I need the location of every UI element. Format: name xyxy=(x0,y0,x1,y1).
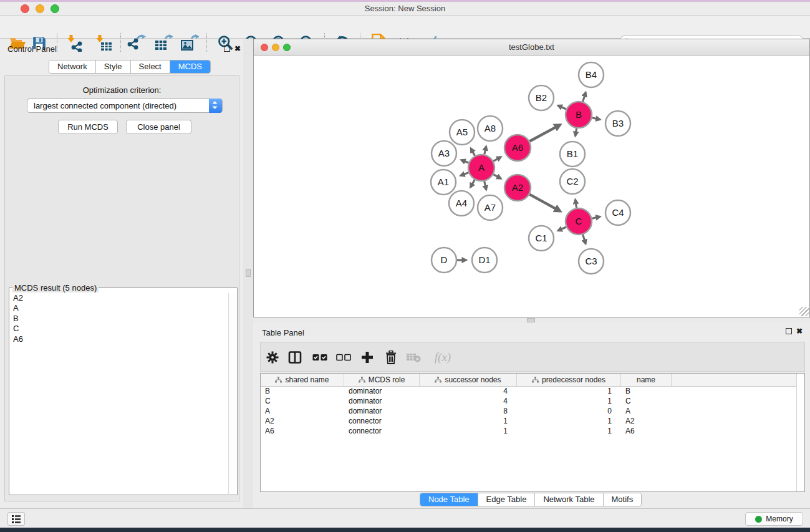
edge-A6-B[interactable] xyxy=(529,125,560,141)
result-scrollbar[interactable] xyxy=(228,293,236,494)
column-header-predecessor-nodes[interactable]: predecessor nodes xyxy=(517,374,621,386)
import-table-icon[interactable] xyxy=(94,33,114,53)
tab-select[interactable]: Select xyxy=(131,60,170,73)
float-table-panel-icon[interactable] xyxy=(786,328,792,334)
column-header-shared-name[interactable]: shared name xyxy=(261,374,344,386)
edge-A-A3[interactable] xyxy=(461,160,469,163)
edge-A-A1[interactable] xyxy=(461,173,469,176)
edge-B-B2[interactable] xyxy=(558,105,566,109)
table-row[interactable]: A2connector11A2 xyxy=(261,417,804,427)
graph-node-B3[interactable]: B3 xyxy=(605,111,630,136)
graph-node-A3[interactable]: A3 xyxy=(432,141,456,166)
graph-node-C2[interactable]: C2 xyxy=(560,169,585,194)
column-type-icon xyxy=(275,377,282,383)
edge-C-C2[interactable] xyxy=(576,200,577,208)
delete-table-icon[interactable] xyxy=(405,349,422,366)
tab-network[interactable]: Network xyxy=(49,60,96,73)
result-item[interactable]: A2 xyxy=(10,293,236,303)
graph-node-A[interactable]: A xyxy=(468,155,494,181)
table-row[interactable]: A6connector11A6 xyxy=(261,427,804,437)
graph-node-A7[interactable]: A7 xyxy=(478,195,503,220)
close-panel-button[interactable]: Close panel xyxy=(126,120,191,134)
toggle-columns-icon[interactable] xyxy=(286,349,304,366)
graph-node-C1[interactable]: C1 xyxy=(529,226,554,251)
edge-A2-C[interactable] xyxy=(529,195,560,211)
edge-C-C3[interactable] xyxy=(583,235,586,244)
unselect-all-columns-icon[interactable] xyxy=(335,349,352,366)
table-scrollbar[interactable] xyxy=(796,374,804,491)
graph-node-C3[interactable]: C3 xyxy=(579,249,604,274)
graph-node-C4[interactable]: C4 xyxy=(605,200,630,225)
tab-node-table[interactable]: Node Table xyxy=(420,493,478,506)
splitter-grip[interactable] xyxy=(246,269,251,277)
function-builder-icon[interactable]: f(x) xyxy=(430,349,455,366)
window-resize-grip[interactable] xyxy=(799,307,809,316)
result-item[interactable]: A6 xyxy=(10,334,236,344)
show-task-history-button[interactable] xyxy=(7,512,25,526)
edge-A-A6[interactable] xyxy=(493,157,501,162)
mcds-result-list[interactable]: A2ABCA6 xyxy=(10,293,236,494)
graph-node-A6[interactable]: A6 xyxy=(504,135,531,161)
column-header-successor-nodes[interactable]: successor nodes xyxy=(420,374,517,386)
result-item[interactable]: C xyxy=(10,324,236,334)
tab-mcds[interactable]: MCDS xyxy=(170,60,210,73)
select-all-columns-icon[interactable] xyxy=(311,349,329,366)
graph-node-A8[interactable]: A8 xyxy=(478,116,503,141)
graph-node-C[interactable]: C xyxy=(566,208,592,235)
table-row[interactable]: Bdominator41B xyxy=(261,387,804,397)
float-panel-icon[interactable] xyxy=(224,46,230,52)
graph-node-B4[interactable]: B4 xyxy=(579,62,604,87)
graph-node-A2[interactable]: A2 xyxy=(504,175,531,201)
delete-columns-trash-icon[interactable] xyxy=(382,349,400,366)
column-header-name[interactable]: name xyxy=(621,374,672,386)
close-table-panel-icon[interactable]: ✖ xyxy=(796,328,803,334)
edge-C-C4[interactable] xyxy=(592,216,600,218)
create-column-plus-icon[interactable] xyxy=(359,349,376,366)
export-table-icon[interactable] xyxy=(153,33,173,53)
edge-A-A7[interactable] xyxy=(485,181,486,190)
node-label: A3 xyxy=(438,148,450,158)
tab-motifs[interactable]: Motifs xyxy=(604,493,642,506)
graph-node-B1[interactable]: B1 xyxy=(560,142,585,167)
run-mcds-button[interactable]: Run MCDS xyxy=(58,120,118,134)
network-graph[interactable]: B4B2B3A8A5A3B1A1C2A4A7C4C1DD1C3BA6AA2C xyxy=(254,56,809,317)
edge-A-A2[interactable] xyxy=(493,175,501,179)
tab-style[interactable]: Style xyxy=(96,60,131,73)
network-window-titlebar[interactable]: testGlobe.txt xyxy=(254,39,809,56)
graph-node-D[interactable]: D xyxy=(432,248,456,273)
tab-edge-table[interactable]: Edge Table xyxy=(478,493,536,506)
edge-B-B3[interactable] xyxy=(592,118,600,120)
graph-node-A4[interactable]: A4 xyxy=(449,191,474,216)
column-header-MCDS-role[interactable]: MCDS role xyxy=(344,374,420,386)
import-network-icon[interactable] xyxy=(65,33,85,53)
node-label: A5 xyxy=(456,127,468,137)
table-settings-gear-icon[interactable] xyxy=(264,349,281,366)
edge-A-A8[interactable] xyxy=(485,147,486,155)
edge-B-B1[interactable] xyxy=(576,128,577,136)
edge-B-B4[interactable] xyxy=(583,92,586,102)
graph-node-B2[interactable]: B2 xyxy=(529,85,554,110)
result-item[interactable]: A xyxy=(10,303,236,313)
table-row[interactable]: Cdominator41C xyxy=(261,397,804,407)
memory-status-dot xyxy=(755,516,762,523)
tab-network-table[interactable]: Network Table xyxy=(535,493,603,506)
network-canvas[interactable]: B4B2B3A8A5A3B1A1C2A4A7C4C1DD1C3BA6AA2C xyxy=(254,56,809,317)
memory-button[interactable]: Memory xyxy=(745,512,803,526)
export-network-icon[interactable] xyxy=(127,33,147,53)
edge-A-A4[interactable] xyxy=(471,180,475,187)
graph-node-B[interactable]: B xyxy=(566,102,592,128)
criterion-dropdown[interactable]: largest connected component (directed) xyxy=(27,99,223,113)
graph-node-D1[interactable]: D1 xyxy=(472,248,497,273)
horizontal-splitter[interactable] xyxy=(253,317,810,323)
close-panel-icon[interactable]: ✖ xyxy=(234,46,241,52)
graph-node-A1[interactable]: A1 xyxy=(431,170,456,195)
splitter-grip[interactable] xyxy=(527,318,535,322)
vertical-splitter[interactable] xyxy=(243,39,253,508)
edge-A-A5[interactable] xyxy=(471,148,475,156)
dropdown-stepper[interactable] xyxy=(209,99,222,113)
edge-C-C1[interactable] xyxy=(558,227,566,231)
export-image-icon[interactable] xyxy=(180,33,200,53)
result-item[interactable]: B xyxy=(10,314,236,324)
graph-node-A5[interactable]: A5 xyxy=(450,120,475,145)
table-row[interactable]: Adominator80A xyxy=(261,407,804,417)
